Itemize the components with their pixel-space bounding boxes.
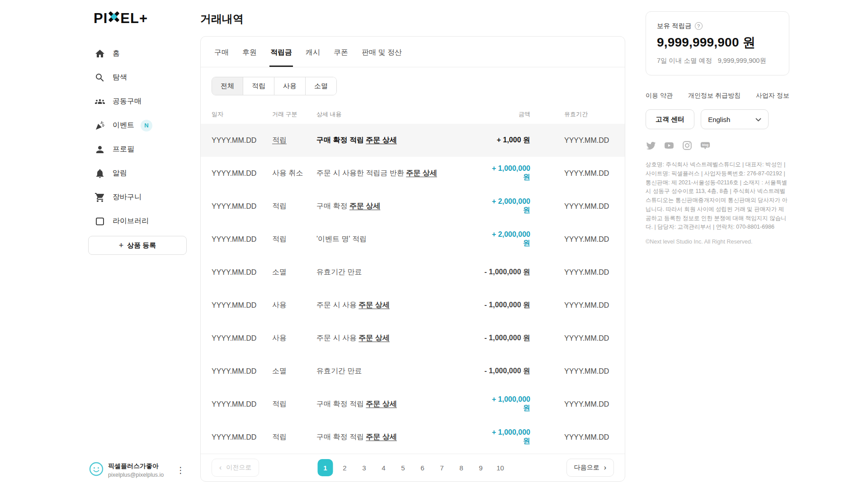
page-2[interactable]: 2 xyxy=(337,459,353,476)
page-3[interactable]: 3 xyxy=(357,459,372,476)
youtube-icon[interactable] xyxy=(664,140,675,151)
pixelplus-logo[interactable]: PIEL+ xyxy=(94,10,190,27)
table-row[interactable]: YYYY.MM.DD적립구매 확정 적립 주문 상세+ 1,000 원YYYY.… xyxy=(201,124,625,157)
avatar xyxy=(89,462,104,478)
chevron-left-icon: ‹ xyxy=(219,464,222,471)
sidebar-item-label: 프로필 xyxy=(113,145,134,154)
sidebar-item-label: 이벤트 xyxy=(113,121,134,130)
sidebar-item-cart[interactable]: 장바구니 xyxy=(88,185,190,209)
table-row[interactable]: YYYY.MM.DD적립구매 확정 적립 주문 상세+ 1,000,000 원Y… xyxy=(201,388,625,421)
footer-link[interactable]: 개인정보 취급방침 xyxy=(688,92,741,100)
page-5[interactable]: 5 xyxy=(396,459,411,476)
order-detail-link[interactable]: 주문 상세 xyxy=(366,136,396,144)
cell-desc: 구매 확정 적립 주문 상세 xyxy=(316,432,483,442)
cell-amount: - 1,000,000 원 xyxy=(483,366,551,376)
page-8[interactable]: 8 xyxy=(454,459,469,476)
sidebar-item-party[interactable]: 이벤트N xyxy=(88,113,190,137)
table-row[interactable]: YYYY.MM.DD적립'이벤트 명' 적립+ 2,000,000 원YYYY.… xyxy=(201,223,625,256)
blog-icon[interactable]: blog xyxy=(700,140,711,151)
table-row[interactable]: YYYY.MM.DD적립구매 확정 적립 주문 상세+ 1,000,000 원Y… xyxy=(201,421,625,454)
help-icon[interactable]: ? xyxy=(695,22,703,30)
transactions-card: 구매후원적립금캐시쿠폰판매 및 정산 전체적립사용소멸 일자거래 구분상세 내용… xyxy=(200,36,625,482)
filter-전체[interactable]: 전체 xyxy=(212,77,243,95)
sidebar-item-home[interactable]: 홈 xyxy=(88,42,190,66)
cell-type: 적립 xyxy=(272,399,316,409)
tab-캐시[interactable]: 캐시 xyxy=(304,37,322,67)
cell-amount: + 1,000,000 원 xyxy=(483,428,551,446)
logo-x-icon xyxy=(108,10,120,27)
order-detail-link[interactable]: 주문 상세 xyxy=(366,433,396,441)
page-1[interactable]: 1 xyxy=(318,459,333,476)
page-6[interactable]: 6 xyxy=(415,459,430,476)
order-detail-link[interactable]: 주문 상세 xyxy=(366,400,396,408)
bell-icon xyxy=(94,168,105,179)
tab-적립금[interactable]: 적립금 xyxy=(269,37,294,67)
cell-desc: 유효기간 만료 xyxy=(316,267,483,277)
table-header-col-desc: 상세 내용 xyxy=(316,110,483,118)
cell-validity: YYYY.MM.DD xyxy=(551,334,614,343)
customer-center-button[interactable]: 고객 센터 xyxy=(646,109,694,129)
pagination: ‹ 이전으로 12345678910 다음으로 › xyxy=(201,454,625,481)
cell-amount: + 2,000,000 원 xyxy=(483,197,551,215)
cell-validity: YYYY.MM.DD xyxy=(551,400,614,408)
cell-date: YYYY.MM.DD xyxy=(212,202,272,211)
sidebar-item-library[interactable]: 라이브러리 xyxy=(88,209,190,233)
register-product-button[interactable]: + 상품 등록 xyxy=(88,236,187,255)
cell-validity: YYYY.MM.DD xyxy=(551,268,614,277)
sidebar-item-person[interactable]: 프로필 xyxy=(88,137,190,161)
sidebar-item-groups[interactable]: 공동구매 xyxy=(88,89,190,113)
order-detail-link[interactable]: 주문 상세 xyxy=(349,202,380,210)
sidebar-item-search[interactable]: 탐색 xyxy=(88,66,190,89)
tab-후원[interactable]: 후원 xyxy=(241,37,259,67)
tab-구매[interactable]: 구매 xyxy=(212,37,231,67)
prev-page-button[interactable]: ‹ 이전으로 xyxy=(212,459,259,477)
cell-date: YYYY.MM.DD xyxy=(212,334,272,343)
sidebar: PIEL+ 홈탐색공동구매이벤트N프로필알림장바구니라이브러리 + 상품 등록 xyxy=(88,10,190,233)
cell-date: YYYY.MM.DD xyxy=(212,301,272,310)
tab-쿠폰[interactable]: 쿠폰 xyxy=(332,37,350,67)
kebab-menu-icon[interactable]: ⋮ xyxy=(174,464,188,476)
filter-소멸[interactable]: 소멸 xyxy=(306,77,336,95)
cell-desc: 주문 시 사용 주문 상세 xyxy=(316,300,483,310)
page-9[interactable]: 9 xyxy=(473,459,489,476)
language-select[interactable]: English xyxy=(701,109,769,129)
twitter-icon[interactable] xyxy=(646,140,656,151)
footer-links: 이용 약관개인정보 취급방침사업자 정보 xyxy=(646,92,789,100)
filter-적립[interactable]: 적립 xyxy=(243,77,274,95)
page-number-list: 12345678910 xyxy=(318,459,508,476)
page-7[interactable]: 7 xyxy=(434,459,450,476)
expiry-label: 7일 이내 소멸 예정 xyxy=(657,56,712,65)
footer-link[interactable]: 사업자 정보 xyxy=(756,92,789,100)
legal-text: 상호명: 주식회사 넥스트레벨스튜디오 | 대표자: 박성인 | 사이트명: 픽… xyxy=(646,160,789,232)
party-icon xyxy=(94,120,105,131)
instagram-icon[interactable] xyxy=(682,140,693,151)
filter-사용[interactable]: 사용 xyxy=(274,77,306,95)
cell-date: YYYY.MM.DD xyxy=(212,268,272,277)
table-row[interactable]: YYYY.MM.DD사용주문 시 사용 주문 상세- 1,000,000 원YY… xyxy=(201,322,625,355)
table-row[interactable]: YYYY.MM.DD사용주문 시 사용 주문 상세- 1,000,000 원YY… xyxy=(201,289,625,322)
table-row[interactable]: YYYY.MM.DD소멸유효기간 만료- 1,000,000 원YYYY.MM.… xyxy=(201,355,625,388)
cell-amount: + 1,000 원 xyxy=(483,136,551,145)
footer-link[interactable]: 이용 약관 xyxy=(646,92,673,100)
sidebar-item-label: 라이브러리 xyxy=(113,216,149,226)
order-detail-link[interactable]: 주문 상세 xyxy=(406,169,437,177)
cell-desc: '이벤트 명' 적립 xyxy=(316,235,483,244)
page-4[interactable]: 4 xyxy=(376,459,392,476)
cell-validity: YYYY.MM.DD xyxy=(551,169,614,178)
table-row[interactable]: YYYY.MM.DD소멸유효기간 만료- 1,000,000 원YYYY.MM.… xyxy=(201,256,625,289)
cell-date: YYYY.MM.DD xyxy=(212,400,272,408)
home-icon xyxy=(94,48,105,59)
next-page-button[interactable]: 다음으로 › xyxy=(566,459,614,477)
table-row[interactable]: YYYY.MM.DD사용 취소주문 시 사용한 적립금 반환 주문 상세+ 1,… xyxy=(201,157,625,190)
sidebar-item-bell[interactable]: 알림 xyxy=(88,161,190,185)
table-row[interactable]: YYYY.MM.DD적립구매 확정 주문 상세+ 2,000,000 원YYYY… xyxy=(201,190,625,223)
page-10[interactable]: 10 xyxy=(493,459,508,476)
chevron-right-icon: › xyxy=(604,464,606,471)
order-detail-link[interactable]: 주문 상세 xyxy=(359,334,389,342)
account-row[interactable]: 픽셀플러스가좋아 pixelplus@pixelplus.io ⋮ xyxy=(89,462,188,478)
order-detail-link[interactable]: 주문 상세 xyxy=(359,301,389,309)
balance-card: 보유 적립금 ? 9,999,999,900 원 7일 이내 소멸 예정 9,9… xyxy=(646,11,789,75)
tab-판매 및 정산[interactable]: 판매 및 정산 xyxy=(360,37,404,67)
register-product-label: 상품 등록 xyxy=(127,241,156,250)
cell-type: 소멸 xyxy=(272,366,316,376)
